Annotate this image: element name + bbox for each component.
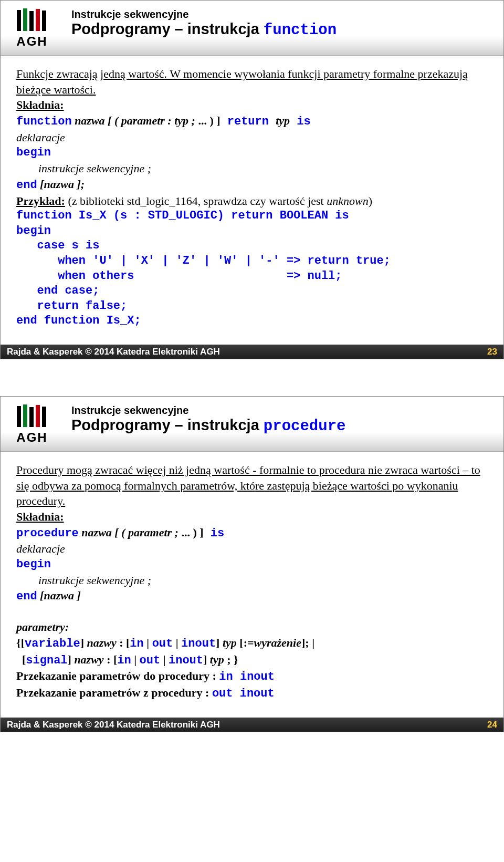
slide-footer: Rajda & Kasperek © 2014 Katedra Elektron… bbox=[1, 345, 503, 359]
params-label: parametry: bbox=[16, 619, 488, 635]
svg-rect-5 bbox=[17, 406, 21, 427]
example-header: Przykład: (z biblioteki std_logic_1164, … bbox=[16, 193, 488, 209]
example-unknown: unknown bbox=[327, 194, 368, 207]
text: typ bbox=[223, 636, 237, 649]
text: ] bbox=[68, 653, 75, 666]
pass-out-line: Przekazanie parametrów z procedury : out… bbox=[16, 685, 488, 702]
text: nazwy bbox=[74, 653, 103, 666]
slide-23: AGH Instrukcje sekwencyjne Podprogramy –… bbox=[0, 0, 504, 359]
syntax-line-body: instrukcje sekwencyjne ; bbox=[16, 161, 488, 176]
text: ] bbox=[216, 636, 223, 649]
logo: AGH bbox=[6, 402, 58, 445]
text: typ bbox=[210, 653, 224, 666]
syntax-line-1: procedure nazwa [ ( parametr ; ... ) ] i… bbox=[16, 525, 488, 542]
syntax-line-begin: begin bbox=[16, 145, 488, 161]
svg-rect-7 bbox=[29, 407, 34, 427]
kw-out: out bbox=[140, 654, 161, 667]
slide-header: AGH Instrukcje sekwencyjne Podprogramy –… bbox=[1, 397, 503, 452]
text: | bbox=[144, 636, 152, 649]
svg-rect-2 bbox=[29, 11, 34, 31]
kw-in-inout: in inout bbox=[219, 670, 275, 683]
syntax-text: [nazwa ]; bbox=[37, 178, 85, 191]
kw-variable: variable bbox=[25, 637, 80, 650]
syntax-line-end: end [nazwa ]; bbox=[16, 176, 488, 193]
agh-logo-icon bbox=[16, 6, 48, 31]
text: : [ bbox=[117, 636, 130, 649]
svg-rect-3 bbox=[36, 9, 40, 31]
svg-rect-4 bbox=[42, 11, 46, 31]
example-code: function Is_X (s : STD_ULOGIC) return BO… bbox=[16, 209, 488, 329]
kw-out: out bbox=[152, 637, 173, 650]
example-close: ) bbox=[369, 194, 372, 207]
intro-text: Procedury mogą zwracać więcej niż jedną … bbox=[16, 462, 488, 509]
kw-signal: signal bbox=[26, 654, 67, 667]
title-text: Podprogramy – instrukcja bbox=[71, 20, 264, 37]
syntax-text: typ bbox=[276, 114, 290, 127]
kw-inout: inout bbox=[169, 654, 203, 667]
text: [:= bbox=[237, 636, 254, 649]
logo-text: AGH bbox=[6, 34, 58, 49]
label: Przekazanie parametrów z procedury : bbox=[16, 686, 212, 699]
title-area: Instrukcje sekwencyjne Podprogramy – ins… bbox=[58, 6, 337, 39]
kw-function: function bbox=[16, 115, 72, 128]
kw-end: end bbox=[16, 590, 37, 603]
header-title: Podprogramy – instrukcja procedure bbox=[71, 417, 345, 435]
slide-footer: Rajda & Kasperek © 2014 Katedra Elektron… bbox=[1, 718, 503, 732]
kw-in: in bbox=[117, 654, 131, 667]
kw-out-inout: out inout bbox=[212, 687, 275, 700]
header-pretitle: Instrukcje sekwencyjne bbox=[71, 404, 345, 417]
text: nazwy bbox=[87, 636, 116, 649]
text: ] bbox=[203, 653, 210, 666]
syntax-text: ... ) ] bbox=[195, 114, 220, 127]
text: wyrażenie bbox=[254, 636, 301, 649]
slide-24: AGH Instrukcje sekwencyjne Podprogramy –… bbox=[0, 396, 504, 732]
text: | bbox=[131, 653, 140, 666]
text: | bbox=[160, 653, 169, 666]
example-label: Przykład: bbox=[16, 194, 65, 207]
header-pretitle: Instrukcje sekwencyjne bbox=[71, 8, 337, 20]
text: ; } bbox=[224, 653, 238, 666]
brace: [ bbox=[16, 653, 26, 666]
syntax-text: [nazwa ] bbox=[37, 589, 81, 602]
slide-content: Funkcje zwracają jedną wartość. W momenc… bbox=[1, 56, 503, 345]
title-keyword: procedure bbox=[264, 418, 346, 435]
title-text: Podprogramy – instrukcja bbox=[71, 417, 264, 433]
logo-text: AGH bbox=[6, 430, 58, 445]
syntax-text: ... ) ] bbox=[178, 526, 204, 539]
kw-is: is bbox=[290, 115, 311, 128]
syntax-label: Składnia: bbox=[16, 97, 488, 113]
example-desc: (z biblioteki std_logic_1164, sprawdza c… bbox=[65, 194, 327, 207]
svg-rect-6 bbox=[23, 404, 27, 427]
text: ]; | bbox=[301, 636, 314, 649]
page-number: 23 bbox=[487, 347, 497, 357]
kw-inout: inout bbox=[181, 637, 216, 650]
pass-in-line: Przekazanie parametrów do procedury : in… bbox=[16, 668, 488, 685]
intro-text: Funkcje zwracają jedną wartość. W momenc… bbox=[16, 66, 488, 97]
params-line-variable: {[variable] nazwy : [in | out | inout] t… bbox=[16, 635, 488, 652]
syntax-line-body: instrukcje sekwencyjne ; bbox=[16, 573, 488, 588]
syntax-label: Składnia: bbox=[16, 509, 488, 525]
kw-end: end bbox=[16, 179, 37, 192]
syntax-line-decl: deklaracje bbox=[16, 541, 488, 557]
syntax-text: nazwa [ ( parametr : typ ; bbox=[72, 114, 195, 127]
params-line-signal: [signal] nazwy : [in | out | inout] typ … bbox=[16, 652, 488, 669]
title-keyword: function bbox=[264, 22, 337, 39]
svg-rect-0 bbox=[17, 10, 21, 31]
syntax-line-begin: begin bbox=[16, 557, 488, 573]
syntax-line-end: end [nazwa ] bbox=[16, 588, 488, 605]
svg-rect-8 bbox=[36, 405, 40, 427]
logo: AGH bbox=[6, 6, 58, 49]
text: ] bbox=[80, 636, 87, 649]
slide-content: Procedury mogą zwracać więcej niż jedną … bbox=[1, 452, 503, 718]
slide-header: AGH Instrukcje sekwencyjne Podprogramy –… bbox=[1, 1, 503, 56]
syntax-line-decl: deklaracje bbox=[16, 130, 488, 146]
header-title: Podprogramy – instrukcja function bbox=[71, 20, 337, 39]
page-number: 24 bbox=[487, 720, 497, 730]
agh-logo-icon bbox=[16, 402, 48, 427]
text: : [ bbox=[104, 653, 118, 666]
kw-return: return bbox=[220, 115, 276, 128]
footer-copyright: Rajda & Kasperek © 2014 Katedra Elektron… bbox=[7, 720, 220, 730]
footer-copyright: Rajda & Kasperek © 2014 Katedra Elektron… bbox=[7, 347, 220, 357]
svg-rect-9 bbox=[42, 407, 46, 427]
kw-is: is bbox=[204, 527, 225, 540]
